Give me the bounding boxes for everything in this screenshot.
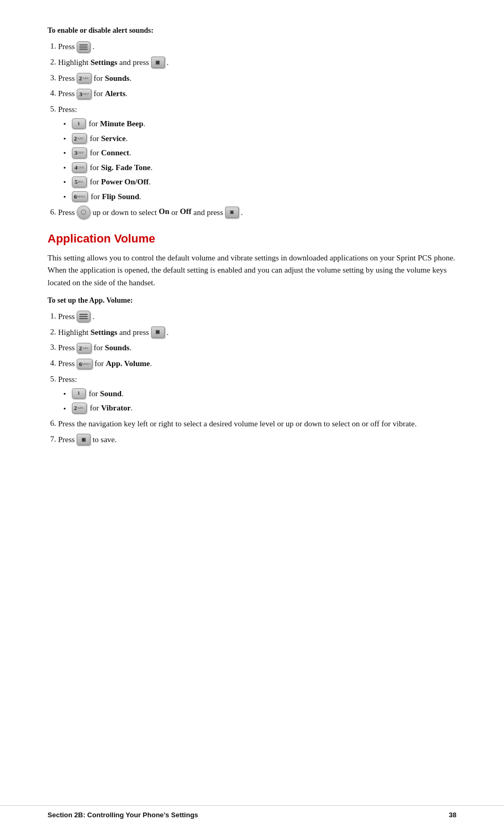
step2-bold-word: Settings [90,58,117,67]
key-2abc-sub-icon-2: 2ABC [72,403,87,414]
step-5: Press: 1 for Minute Beep. 2ABC for Servi… [58,103,456,202]
step3-text-after: for [94,74,103,82]
second-section-label: To set up the App. Volume: [48,296,456,305]
step3-text-before: Press [58,74,75,82]
section-body-text: This setting allows you to control the d… [48,252,456,289]
step6-text-middle: up or down to select [92,208,157,217]
key-6mno-icon-a: 6MNO [72,191,88,202]
sub-step-4: 4GHI for Sig. Fade Tone. [63,162,456,174]
s2-step2-before: Highlight [58,328,89,337]
step4-text-after: for [94,90,103,98]
step-1: Press . [58,40,456,53]
s2-step-7: Press ▣ to save. [58,433,456,446]
step4-text-before: Press [58,90,75,98]
s2-sub1-text: for Sound. [89,388,124,400]
second-section-steps: Press . Highlight Settings and press ▣ .… [58,310,456,446]
sub2-text: for Service. [90,133,128,145]
s2-sub-2: 2ABC for Vibrator. [63,402,456,414]
s2-sub2-text: for Vibrator. [90,402,133,414]
key-1-icon-a: 1 [72,118,86,129]
footer-right: 38 [449,811,456,819]
step3-bold-word: Sounds [105,74,129,82]
step-2: Highlight Settings and press ▣ . [58,56,456,69]
sub1-text: for Minute Beep. [89,118,145,130]
ok-key-icon-1: ▣ [151,57,165,68]
step1-text-before: Press [58,42,75,51]
s2-step6-text: Press the navigation key left or right t… [58,419,417,428]
step4-bold-word: Alerts [105,90,125,98]
sub-step-1: 1 for Minute Beep. [63,118,456,130]
step1-text-after: . [92,42,95,51]
step5-sub-steps: 1 for Minute Beep. 2ABC for Service. 3DE… [63,118,456,202]
s2-step4-after: for [95,360,104,368]
s2-step1-after: . [92,312,95,321]
s2-step1-before: Press [58,312,75,321]
s2-step7-before: Press [58,435,75,444]
first-section-steps: Press . Highlight Settings and press ▣ .… [58,40,456,219]
s2-step-6: Press the navigation key left or right t… [58,417,456,430]
key-2abc-icon-2: 2ABC [77,343,91,354]
sub5-text: for Power On/Off. [90,176,151,188]
ok-key-icon-3: ▣ [151,326,165,338]
footer-left: Section 2B: Controlling Your Phone’s Set… [48,811,198,819]
key-4ghi-icon: 4GHI [72,162,87,173]
step-4: Press 3DEF for Alerts. [58,87,456,100]
key-3def-sub-icon: 3DEF [72,147,87,158]
s2-step3-before: Press [58,344,75,352]
sub6-text: for Flip Sound. [91,191,141,203]
s2-step3-end: . [129,344,132,352]
s2-step3-after: for [94,344,103,352]
s2-step-1: Press . [58,310,456,323]
step6-text-before: Press [58,208,75,217]
step-3: Press 2ABC for Sounds. [58,72,456,85]
s2-step-4: Press 6MNO for App. Volume. [58,357,456,370]
s2-step5-text: Press: [58,375,77,384]
section-heading: Application Volume [48,232,456,246]
step6-bold2: Off [180,208,192,216]
ok-key-icon-4: ▣ [77,434,90,445]
s2-step4-bold: App. Volume [106,360,150,368]
key-1-icon-b: 1 [72,388,86,399]
step6-text3: and press [193,208,223,217]
sub-step-6: 6MNO for Flip Sound. [63,191,456,203]
first-section-label: To enable or disable alert sounds: [48,26,456,35]
sub-step-5: 5JKL for Power On/Off. [63,176,456,188]
key-5jkl-icon: 5JKL [72,176,87,188]
step2-text-before: Highlight [58,58,89,67]
page-footer: Section 2B: Controlling Your Phone’s Set… [0,805,504,819]
s2-sub-steps: 1 for Sound. 2ABC for Vibrator. [63,388,456,414]
s2-step-3: Press 2ABC for Sounds. [58,341,456,354]
s2-sub-1: 1 for Sound. [63,388,456,400]
nav-key-icon: ◯ [77,206,90,219]
step6-end: . [241,208,243,217]
s2-step7-after: to save. [92,435,117,444]
step6-bold1: On [159,208,170,216]
sub3-text: for Connect. [90,147,131,159]
s2-step4-before: Press [58,360,75,368]
key-6mno-icon-b: 6MNO [77,359,92,370]
step6-text2: or [171,208,178,217]
s2-step2-middle: and press [119,328,149,337]
s2-step3-bold: Sounds [105,344,129,352]
step3-end: . [129,74,132,82]
step-6: Press ◯ up or down to select On or Off a… [58,206,456,219]
step2-text-middle: and press [119,58,149,67]
ok-key-icon-2: ▣ [225,207,239,218]
s2-step-2: Highlight Settings and press ▣ . [58,326,456,339]
menu-key-icon-2 [77,311,90,322]
sub-step-2: 2ABC for Service. [63,133,456,145]
step5-text: Press: [58,106,77,114]
menu-key-icon [77,41,90,53]
s2-step2-after: . [167,328,169,337]
sub-step-3: 3DEF for Connect. [63,147,456,159]
s2-step2-bold: Settings [90,328,117,337]
key-2abc-sub-icon: 2ABC [72,133,87,144]
step4-end: . [126,90,128,98]
key-3def-icon: 3DEF [77,89,91,100]
step2-text-after: . [167,58,169,67]
s2-step-5: Press: 1 for Sound. 2ABC for Vibrator. [58,373,456,414]
page-content: To enable or disable alert sounds: Press… [0,0,504,494]
key-2abc-icon: 2ABC [77,73,91,84]
s2-step4-end: . [150,360,152,368]
sub4-text: for Sig. Fade Tone. [90,162,153,174]
